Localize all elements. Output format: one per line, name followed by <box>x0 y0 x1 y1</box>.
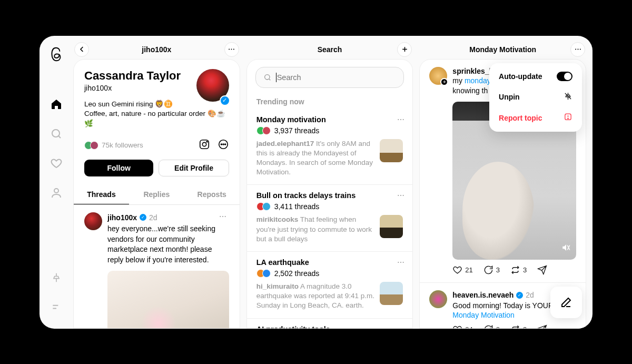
trend-more-icon[interactable] <box>397 325 405 329</box>
verified-badge-icon: ✓ <box>220 95 230 106</box>
mute-icon[interactable] <box>561 243 571 254</box>
instagram-icon[interactable] <box>199 139 210 152</box>
more-button[interactable] <box>224 42 239 57</box>
profile-icon[interactable] <box>45 182 67 204</box>
edit-profile-button[interactable]: Edit Profile <box>159 160 229 176</box>
svg-point-28 <box>575 49 576 50</box>
repost-button[interactable]: 3 <box>510 324 527 328</box>
svg-point-11 <box>224 144 225 145</box>
trend-thumb <box>380 282 403 305</box>
report-topic-item[interactable]: Report topic <box>492 107 579 129</box>
svg-point-4 <box>233 49 234 50</box>
like-button[interactable]: 24 <box>452 324 472 328</box>
feed-avatar[interactable] <box>429 290 447 308</box>
toggle-on-icon[interactable] <box>557 72 572 81</box>
repost-button[interactable]: 3 <box>510 265 527 275</box>
post-more-icon[interactable] <box>216 212 229 222</box>
trend-more-icon[interactable] <box>397 258 405 269</box>
comment-button[interactable]: 3 <box>483 265 500 275</box>
post-time: 2d <box>149 213 157 222</box>
profile-column-header: jiho100x <box>73 40 240 59</box>
post-username[interactable]: jiho100x <box>107 213 137 222</box>
tab-threads[interactable]: Threads <box>74 185 129 204</box>
svg-point-6 <box>202 143 206 146</box>
svg-point-16 <box>398 119 399 120</box>
menu-icon[interactable] <box>45 296 67 318</box>
trend-item[interactable]: LA earthquake 2,502 threads hi_kimuraito… <box>247 252 413 319</box>
unpin-icon <box>564 92 572 102</box>
topic-tag[interactable]: monday <box>465 76 491 85</box>
trend-item[interactable]: AI productivity tools 1,142 threads okay… <box>247 319 413 329</box>
follower-avatars[interactable] <box>84 141 98 150</box>
column-menu-dropdown: Auto-update Unpin Report topic <box>489 63 582 132</box>
trend-title: Monday motivation <box>256 115 403 124</box>
svg-point-2 <box>229 49 230 50</box>
trend-title: Bull on tracks delays trains <box>256 191 403 200</box>
trend-snippet: hi_kimuraito A magnitude 3.0 earthquake … <box>256 282 375 311</box>
trend-avatars <box>256 126 271 135</box>
trend-count: 3,937 threads <box>274 126 320 135</box>
profile-more-icon[interactable] <box>218 139 229 152</box>
feed-column: Monday Motivation Auto-update Unpin <box>419 40 586 329</box>
heart-icon[interactable] <box>45 152 67 174</box>
trend-more-icon[interactable] <box>397 115 405 126</box>
search-body: Trending now Monday motivation 3,937 thr… <box>246 59 413 329</box>
back-button[interactable] <box>74 42 89 57</box>
trend-item[interactable]: Bull on tracks delays trains 3,411 threa… <box>247 185 413 252</box>
svg-point-1 <box>54 189 58 193</box>
profile-bio: Leo sun Gemini rising 🦁♊ Coffee, art, na… <box>84 100 229 130</box>
feed-username[interactable]: heaven.is.nevaeh <box>452 291 514 299</box>
trend-count: 2,502 threads <box>274 269 320 278</box>
trend-avatars <box>256 202 271 211</box>
compose-button[interactable] <box>550 287 582 318</box>
svg-point-10 <box>223 144 224 145</box>
like-button[interactable]: 21 <box>452 265 472 275</box>
svg-point-29 <box>577 49 578 50</box>
svg-point-24 <box>403 262 404 263</box>
threads-logo-icon[interactable] <box>50 46 63 64</box>
home-icon[interactable] <box>45 93 67 115</box>
app-window: jiho100x Cassandra Taylor jiho100x Leo s… <box>39 36 592 329</box>
trend-item[interactable]: Monday motivation 3,937 threads jaded.el… <box>247 109 413 185</box>
post-image[interactable] <box>107 271 229 329</box>
follow-plus-icon[interactable]: + <box>440 78 448 86</box>
columns-wrap: jiho100x Cassandra Taylor jiho100x Leo s… <box>73 36 592 329</box>
share-button[interactable] <box>537 324 547 328</box>
auto-update-toggle[interactable]: Auto-update <box>492 66 579 86</box>
feed-column-header: Monday Motivation <box>419 40 586 59</box>
verified-icon: ✓ <box>516 292 523 299</box>
search-input[interactable] <box>276 73 397 82</box>
post-avatar[interactable] <box>84 212 102 230</box>
svg-point-18 <box>403 119 404 120</box>
svg-point-22 <box>398 262 399 263</box>
svg-point-13 <box>222 216 223 217</box>
trend-snippet: jaded.elephant17 It's only 8AM and this … <box>256 139 375 178</box>
profile-column: jiho100x Cassandra Taylor jiho100x Leo s… <box>73 40 240 329</box>
svg-point-3 <box>231 49 232 50</box>
add-column-button[interactable] <box>397 42 412 57</box>
search-icon[interactable] <box>45 123 67 145</box>
search-icon <box>263 73 272 82</box>
trend-title: AI productivity tools <box>256 325 403 329</box>
tab-replies[interactable]: Replies <box>129 185 184 204</box>
profile-meta: 75k followers <box>74 134 240 152</box>
tab-reposts[interactable]: Reposts <box>184 185 240 204</box>
search-box[interactable] <box>255 67 404 88</box>
comment-button[interactable]: 2 <box>483 324 500 328</box>
trending-label: Trending now <box>247 88 413 109</box>
profile-body: Cassandra Taylor jiho100x Leo sun Gemini… <box>73 59 240 329</box>
trend-thumb <box>380 139 403 162</box>
follow-button[interactable]: Follow <box>84 160 153 176</box>
unpin-item[interactable]: Unpin <box>492 86 579 107</box>
feed-more-button[interactable] <box>570 42 585 57</box>
share-button[interactable] <box>537 265 547 275</box>
search-column: Search Trending now Monday motivation <box>246 40 413 329</box>
trend-more-icon[interactable] <box>397 191 405 202</box>
svg-point-14 <box>224 216 225 217</box>
feed-actions: 21 3 3 <box>429 260 576 277</box>
pin-icon[interactable] <box>45 267 67 289</box>
trend-title: LA earthquake <box>256 258 403 267</box>
feed-avatar[interactable]: + <box>429 67 447 85</box>
follower-count[interactable]: 75k followers <box>102 141 143 149</box>
svg-point-30 <box>579 49 580 50</box>
